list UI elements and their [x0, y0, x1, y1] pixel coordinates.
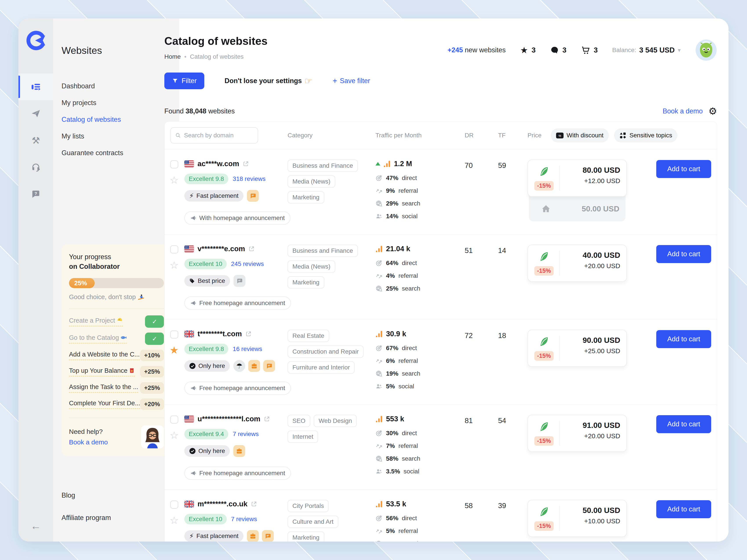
snowboarder-icon	[137, 294, 145, 301]
tools-icon: ⚒	[32, 135, 40, 146]
search-input[interactable]	[184, 132, 253, 139]
briefcase-badge	[247, 530, 259, 541]
collapse-sidebar-button[interactable]: ←	[30, 520, 41, 532]
price-card: -15% 80.00 USD +12.00 USD 50.00 USD	[527, 159, 627, 221]
row-checkbox[interactable]	[170, 331, 178, 338]
add-to-cart-button[interactable]: Add to cart	[656, 415, 711, 433]
task-row[interactable]: Go to the Catalog ✓	[69, 333, 164, 345]
feature-icon: ⚡	[189, 533, 194, 539]
traffic-breakdown-line: 14%social	[376, 213, 457, 220]
star-icon: ★	[520, 46, 528, 54]
add-to-cart-button[interactable]: Add to cart	[656, 330, 711, 348]
task-row[interactable]: Top up Your Balance +25%	[69, 366, 164, 377]
page-background: ⚒ ? ← Websites Dashboard My projects Cat…	[0, 0, 747, 560]
social-icon	[376, 383, 383, 390]
cart-counter[interactable]: 3	[581, 46, 598, 55]
progress-bar: 25%	[69, 278, 164, 288]
favorite-star-icon[interactable]: ☆	[170, 515, 184, 525]
reviews-link[interactable]: 7 reviews	[233, 431, 259, 438]
domain-name[interactable]: t********t.com	[198, 330, 242, 338]
book-demo-link-top[interactable]: Book a demo	[663, 107, 703, 115]
domain-name[interactable]: m********.co.uk	[198, 500, 248, 508]
price-main: 90.00 USD	[565, 336, 620, 345]
external-link-icon[interactable]	[264, 416, 270, 422]
task-row[interactable]: Assign the Task to the ... +25%	[69, 382, 164, 393]
category-badge: Marketing	[288, 191, 324, 204]
favorites-counter[interactable]: ★3	[520, 46, 536, 54]
category-badge: Web Design	[314, 415, 357, 427]
add-to-cart-button[interactable]: Add to cart	[656, 245, 711, 263]
country-flag-icon	[184, 160, 194, 167]
messages-counter[interactable]: 3	[550, 46, 566, 54]
sidebar: ⚒ ? ← Websites Dashboard My projects Cat…	[19, 19, 153, 541]
sensitive-topics-toggle[interactable]: Sensitive topics	[614, 128, 677, 143]
row-checkbox[interactable]	[170, 160, 178, 168]
favorite-star-icon[interactable]: ★	[170, 345, 184, 355]
progress-subtitle: on Collaborator	[69, 263, 164, 271]
save-filter-button[interactable]: + Save filter	[333, 76, 370, 85]
task-row[interactable]: Create a Project ✓	[69, 315, 164, 328]
task-row[interactable]: Complete Your First De... +20%	[69, 399, 164, 410]
domain-name[interactable]: v********e.com	[198, 245, 245, 253]
search-box[interactable]	[170, 127, 258, 144]
app-logo-icon[interactable]	[19, 19, 53, 62]
favorite-star-icon[interactable]: ☆	[170, 175, 184, 185]
with-discount-toggle[interactable]: % With discount	[551, 128, 609, 143]
rail-item-help[interactable]: ?	[19, 181, 53, 207]
breadcrumb-home[interactable]: Home	[164, 53, 181, 60]
external-link-icon[interactable]	[249, 246, 255, 252]
new-websites-counter[interactable]: +245 new websites	[447, 46, 506, 54]
announcement-badge: Free homepage announcement	[184, 297, 291, 310]
external-link-icon[interactable]	[251, 501, 257, 507]
category-list: City PortalsCulture and ArtMarketing	[288, 500, 376, 541]
traffic-breakdown-line: 19%search	[376, 370, 457, 377]
reviews-link[interactable]: 245 reviews	[231, 260, 264, 268]
announcement-badge: Free homepage announcement	[184, 382, 291, 395]
row-checkbox[interactable]	[170, 415, 178, 424]
favorite-star-icon[interactable]: ☆	[170, 260, 184, 270]
book-demo-link[interactable]: Book a demo	[69, 438, 108, 446]
rail-item-dashboard[interactable]	[19, 73, 53, 100]
rail-item-support[interactable]	[19, 154, 53, 181]
task-row[interactable]: Add a Website to the C... +10%	[69, 350, 164, 361]
category-badge: Business and Finance	[288, 159, 358, 172]
discount-badge: -15%	[534, 266, 553, 276]
traffic-breakdown-line: 25%search	[376, 285, 457, 292]
article-feather-icon	[538, 506, 550, 518]
breadcrumb-separator: •	[184, 53, 186, 60]
referral-icon	[376, 357, 383, 364]
category-list: SEOWeb DesignInternet	[288, 415, 376, 443]
results-count: Found 38,048 websites	[164, 107, 235, 115]
favorite-star-icon[interactable]: ☆	[170, 430, 184, 440]
reviews-link[interactable]: 318 reviews	[233, 175, 265, 182]
row-checkbox[interactable]	[170, 246, 178, 253]
chat-badge	[262, 530, 274, 541]
add-to-cart-button[interactable]: Add to cart	[656, 500, 711, 518]
dr-value: 81	[457, 415, 490, 425]
row-checkbox[interactable]	[170, 501, 178, 509]
user-avatar[interactable]	[695, 39, 717, 61]
domain-name[interactable]: u**************l.com	[198, 415, 260, 423]
traffic-breakdown-line: 28%search	[376, 540, 457, 541]
traffic-cell: 30.9 k 67%direct6%referral19%search5%soc…	[376, 330, 457, 390]
reviews-link[interactable]: 16 reviews	[233, 346, 262, 353]
domain-name[interactable]: ac****w.com	[198, 159, 239, 168]
filter-button[interactable]: Filter	[164, 73, 204, 89]
add-to-cart-button[interactable]: Add to cart	[656, 160, 711, 178]
traffic-breakdown-line: 30%direct	[376, 430, 457, 437]
breadcrumb-current: Catalog of websites	[190, 53, 244, 60]
plus-icon: +	[333, 76, 337, 85]
rail-item-tools[interactable]: ⚒	[19, 127, 53, 154]
external-link-icon[interactable]	[246, 331, 252, 337]
task-label: Create a Project	[69, 317, 123, 326]
paper-plane-icon	[31, 109, 41, 119]
traffic-bars-icon	[383, 160, 391, 168]
dr-value: 70	[457, 159, 490, 170]
rail-item-projects[interactable]	[19, 100, 53, 127]
search-icon	[376, 200, 383, 207]
reviews-link[interactable]: 7 reviews	[231, 516, 257, 523]
balance[interactable]: Balance: 3 545 USD ▾	[612, 46, 681, 54]
gear-icon[interactable]: ⚙	[709, 106, 717, 116]
external-link-icon[interactable]	[243, 161, 249, 167]
article-feather-icon	[538, 421, 550, 433]
